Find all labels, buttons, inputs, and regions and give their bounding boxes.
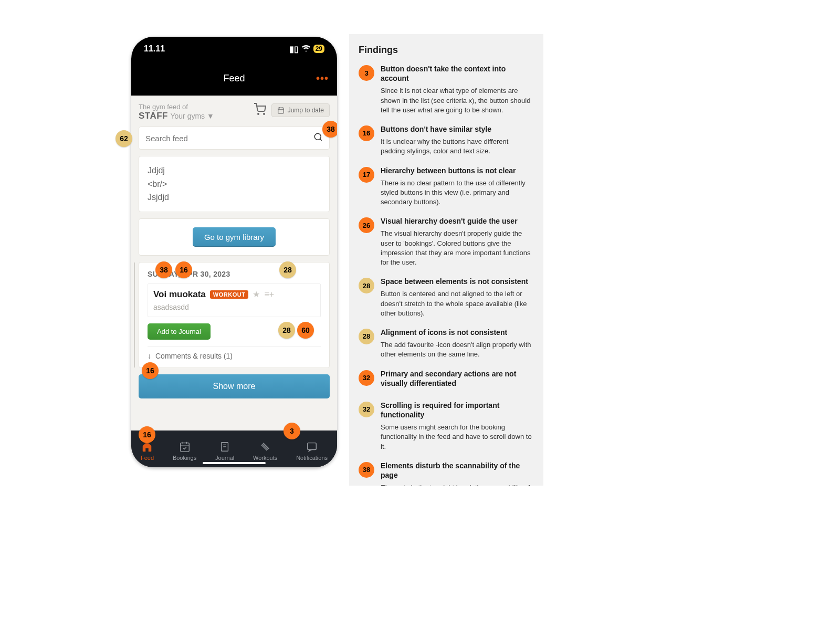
tab-label: Journal xyxy=(215,455,234,461)
phone-mockup: 11.11 ▮▯ 29 Feed ••• The gym feed of STA xyxy=(131,37,337,467)
tab-workouts[interactable]: Workouts xyxy=(253,441,277,461)
tab-feed[interactable]: Feed xyxy=(141,441,154,461)
add-journal-button[interactable]: Add to Journal xyxy=(148,323,211,340)
app-header: Feed ••• xyxy=(131,61,337,96)
finding-title: Buttons don't have similar style xyxy=(381,124,534,134)
wifi-icon xyxy=(302,44,310,54)
finding-number: 17 xyxy=(359,167,374,183)
note-line: Jsjdjd xyxy=(148,191,321,204)
note-line: Jdjdj xyxy=(148,164,321,177)
svg-rect-2 xyxy=(278,108,284,113)
finding-desc: Some users might search for the booking … xyxy=(381,423,534,452)
gym-header: The gym feed of STAFF Your gyms ▼ Jump t… xyxy=(135,101,333,127)
gym-sub-label: The gym feed of xyxy=(139,103,214,111)
cart-icon[interactable] xyxy=(254,103,266,118)
star-icon[interactable]: ★ xyxy=(253,289,260,299)
finding-desc: The visual hierarchy doesn't properly gu… xyxy=(381,229,534,267)
finding-desc: The add favourite -icon doesn't align pr… xyxy=(381,340,534,359)
finding-item: 28Alignment of icons is not consistentTh… xyxy=(359,328,534,360)
pin-38: 38 xyxy=(155,261,172,278)
pin-16: 16 xyxy=(175,261,192,278)
finding-item: 3Button doesn't take the context into ac… xyxy=(359,64,534,115)
search-input[interactable] xyxy=(145,134,313,143)
signal-icon: ▮▯ xyxy=(289,44,299,54)
finding-item: 26Visual hierarchy doesn't guide the use… xyxy=(359,216,534,267)
gym-library-button[interactable]: Go to gym library xyxy=(193,227,276,247)
battery-level: 29 xyxy=(313,45,324,53)
more-menu-icon[interactable]: ••• xyxy=(316,72,329,85)
finding-item: 32Primary and secondary actions are not … xyxy=(359,369,534,391)
status-time: 11.11 xyxy=(144,44,165,54)
finding-title: Elements disturb the scannability of the… xyxy=(381,461,534,480)
svg-line-7 xyxy=(320,139,322,141)
finding-number: 26 xyxy=(359,217,374,233)
svg-rect-15 xyxy=(308,443,317,450)
comments-toggle[interactable]: ↓ Comments & results (1) xyxy=(148,346,321,360)
tab-label: Notifications xyxy=(296,455,328,461)
finding-number: 3 xyxy=(359,65,374,81)
gym-switcher[interactable]: Your gyms ▼ xyxy=(170,112,214,120)
status-right: ▮▯ 29 xyxy=(289,44,324,54)
search-box[interactable] xyxy=(139,127,330,150)
gym-name: STAFF xyxy=(139,111,168,121)
workout-title: Voi muokata xyxy=(153,289,206,300)
finding-title: Visual hierarchy doesn't guide the user xyxy=(381,216,534,226)
finding-desc: Since it is not clear what type of eleme… xyxy=(381,86,534,115)
finding-title: Alignment of icons is not consistent xyxy=(381,328,534,337)
svg-point-6 xyxy=(314,133,321,140)
home-indicator xyxy=(203,462,266,464)
workout-badge: WORKOUT xyxy=(210,290,249,299)
finding-desc: There is no clear pattern to the use of … xyxy=(381,178,534,207)
finding-title: Hierarchy between buttons is not clear xyxy=(381,166,534,175)
finding-desc: It is unclear why the buttons have diffe… xyxy=(381,137,534,156)
pin-3: 3 xyxy=(284,423,300,439)
pin-38-top: 38 xyxy=(322,121,337,138)
finding-item: 17Hierarchy between buttons is not clear… xyxy=(359,166,534,207)
jump-to-date-button[interactable]: Jump to date xyxy=(271,103,330,117)
tab-bookings[interactable]: Bookings xyxy=(173,441,196,461)
finding-number: 16 xyxy=(359,125,374,141)
comments-label: Comments & results (1) xyxy=(155,352,233,360)
finding-title: Scrolling is required for important func… xyxy=(381,401,534,419)
finding-number: 32 xyxy=(359,402,374,417)
show-more-button[interactable]: Show more xyxy=(139,374,330,398)
pin-62: 62 xyxy=(116,130,132,147)
finding-item: 38Elements disturb the scannability of t… xyxy=(359,461,534,486)
svg-rect-8 xyxy=(180,443,189,452)
finding-title: Space between elements is not consistent xyxy=(381,277,534,286)
findings-heading: Findings xyxy=(359,45,534,56)
tab-journal[interactable]: Journal xyxy=(215,441,234,461)
status-bar: 11.11 ▮▯ 29 xyxy=(131,37,337,61)
finding-desc: Button is centered and not aligned to th… xyxy=(381,289,534,318)
list-icon[interactable]: ≡+ xyxy=(264,290,274,299)
pin-16c: 16 xyxy=(139,426,155,443)
pin-28: 28 xyxy=(279,261,296,278)
workout-sub: asadsasdd xyxy=(153,303,315,311)
note-card: Jdjdj <br/> Jsjdjd xyxy=(139,156,330,212)
finding-number: 32 xyxy=(359,370,374,386)
search-icon[interactable] xyxy=(313,132,323,144)
finding-item: 32Scrolling is required for important fu… xyxy=(359,401,534,452)
finding-number: 28 xyxy=(359,329,374,344)
tab-label: Bookings xyxy=(173,455,196,461)
finding-title: Primary and secondary actions are not vi… xyxy=(381,369,534,388)
tab-label: Workouts xyxy=(253,455,277,461)
note-line: <br/> xyxy=(148,177,321,191)
jump-label: Jump to date xyxy=(288,107,324,114)
svg-point-1 xyxy=(264,113,265,114)
pin-16b: 16 xyxy=(142,362,159,379)
workout-card: SUNDAY, APR 30, 2023 Voi muokata WORKOUT… xyxy=(139,262,330,368)
pin-60: 60 xyxy=(297,322,314,339)
tab-label: Feed xyxy=(141,455,154,461)
finding-item: 28Space between elements is not consiste… xyxy=(359,277,534,318)
pin-28b: 28 xyxy=(278,322,295,339)
finding-title: Button doesn't take the context into acc… xyxy=(381,64,534,83)
findings-panel: Findings 3Button doesn't take the contex… xyxy=(349,34,543,486)
tab-notifications[interactable]: Notifications xyxy=(296,441,328,461)
arrow-down-icon: ↓ xyxy=(148,352,151,360)
finding-number: 28 xyxy=(359,278,374,293)
finding-number: 38 xyxy=(359,462,374,478)
svg-point-0 xyxy=(258,113,259,114)
page-title: Feed xyxy=(223,73,245,84)
library-card: Go to gym library xyxy=(139,218,330,256)
